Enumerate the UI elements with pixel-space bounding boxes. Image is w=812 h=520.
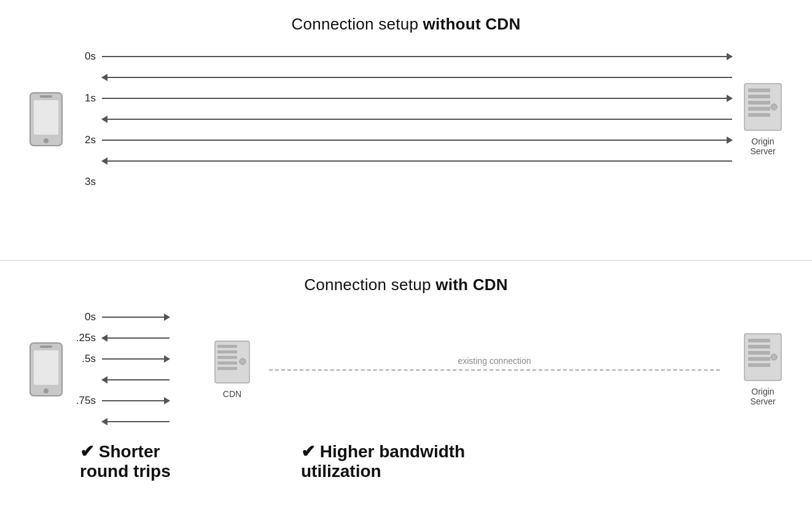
- existing-connection-area: existing connection: [257, 356, 732, 371]
- top-title-normal: Connection setup: [292, 15, 423, 33]
- cdn-arrow-row-0s: 0s: [72, 307, 203, 328]
- origin-server-top: OriginServer: [738, 82, 787, 156]
- benefit-shorter-trips: ✔ Shorterround trips: [80, 442, 301, 481]
- benefit-higher-bandwidth: ✔ Higher bandwidthutilization: [301, 442, 787, 481]
- dotted-connection-line: [269, 369, 720, 371]
- cdn-server: CDN: [208, 340, 257, 399]
- cdn-label: CDN: [223, 389, 241, 399]
- top-arrows-area: 0s 1s 2s: [68, 46, 732, 192]
- phone-device-top: [25, 92, 68, 147]
- origin-server-bottom-label: OriginServer: [750, 387, 775, 406]
- arrow-row-0s-return: [72, 67, 732, 88]
- cdn-arrows-area: 0s .25s .5s .75s: [68, 307, 203, 432]
- arrow-1s-left: [102, 119, 732, 120]
- benefits-row: ✔ Shorterround trips ✔ Higher bandwidthu…: [25, 442, 787, 481]
- svg-point-14: [44, 388, 49, 393]
- cdn-arrow-row-075s-return: [72, 411, 203, 432]
- phone-device-bottom: [25, 342, 68, 397]
- top-diagram-row: 0s 1s 2s: [25, 46, 787, 192]
- origin-server-bottom: OriginServer: [738, 333, 787, 406]
- arrow-1s-right: [102, 98, 732, 99]
- cdn-arrow-075s-left: [102, 421, 170, 422]
- svg-rect-18: [217, 356, 237, 359]
- arrow-2s-left: [102, 160, 732, 162]
- cdn-time-05s: .5s: [72, 353, 96, 365]
- arrow-row-1s-return: [72, 109, 732, 130]
- bottom-title-normal: Connection setup: [304, 275, 435, 294]
- svg-rect-9: [748, 113, 770, 117]
- svg-rect-6: [748, 95, 770, 98]
- svg-point-28: [771, 354, 777, 360]
- svg-rect-23: [748, 339, 770, 342]
- svg-point-10: [771, 104, 777, 110]
- svg-rect-27: [748, 363, 770, 367]
- bottom-diagram-row: 0s .25s .5s .75s: [25, 307, 787, 432]
- existing-connection-label: existing connection: [458, 356, 531, 366]
- cdn-arrow-row-05s: .5s: [72, 349, 203, 369]
- arrow-0s-right: [102, 56, 732, 57]
- cdn-arrow-075s-right: [102, 400, 170, 401]
- svg-rect-2: [40, 95, 52, 98]
- arrow-row-0s: 0s: [72, 46, 732, 67]
- svg-rect-24: [748, 345, 770, 349]
- bottom-title-bold: with CDN: [435, 275, 508, 294]
- time-2s-top: 2s: [72, 134, 96, 146]
- cdn-arrow-05s-left: [102, 379, 170, 380]
- svg-rect-7: [748, 101, 770, 104]
- cdn-time-025s: .25s: [72, 332, 96, 344]
- svg-rect-8: [748, 107, 770, 111]
- top-title: Connection setup without CDN: [292, 15, 521, 34]
- svg-rect-25: [748, 351, 770, 355]
- arrow-0s-left: [102, 77, 732, 78]
- svg-point-21: [240, 358, 246, 364]
- time-1s-top: 1s: [72, 92, 96, 104]
- svg-rect-16: [217, 345, 237, 348]
- svg-rect-20: [217, 367, 237, 370]
- svg-point-3: [44, 138, 49, 143]
- bottom-section: Connection setup with CDN 0s .25s: [0, 261, 812, 521]
- svg-rect-19: [217, 361, 237, 364]
- cdn-arrow-row-05s-return: [72, 369, 203, 390]
- svg-rect-5: [748, 89, 770, 92]
- arrow-row-1s: 1s: [72, 88, 732, 109]
- arrow-row-2s: 2s: [72, 130, 732, 151]
- cdn-arrow-row-025s-return: .25s: [72, 328, 203, 349]
- cdn-arrow-row-075s: .75s: [72, 390, 203, 411]
- top-section: Connection setup without CDN 0s: [0, 0, 812, 261]
- cdn-arrow-05s-right: [102, 358, 170, 360]
- origin-server-top-label: OriginServer: [750, 136, 775, 156]
- time-0s-top: 0s: [72, 50, 96, 63]
- svg-rect-12: [34, 350, 58, 385]
- cdn-time-0s: 0s: [72, 311, 96, 323]
- cdn-arrow-0s-right: [102, 317, 170, 318]
- svg-rect-13: [40, 345, 52, 348]
- svg-rect-1: [34, 100, 58, 135]
- arrow-row-3s: 3s: [72, 171, 732, 192]
- bottom-title: Connection setup with CDN: [304, 275, 508, 294]
- svg-rect-26: [748, 357, 770, 361]
- svg-rect-17: [217, 350, 237, 353]
- top-title-bold: without CDN: [423, 15, 521, 33]
- cdn-time-075s: .75s: [72, 395, 96, 407]
- arrow-row-2s-return: [72, 151, 732, 171]
- arrow-2s-right: [102, 140, 732, 141]
- time-3s-top: 3s: [72, 176, 96, 188]
- cdn-arrow-025s-left: [102, 337, 170, 339]
